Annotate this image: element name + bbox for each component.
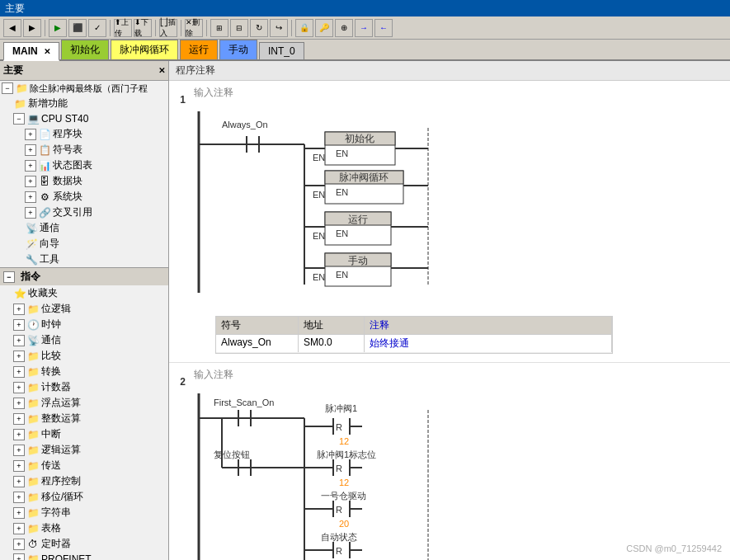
stop-button[interactable]: ⬛ <box>68 19 87 37</box>
expand-float[interactable]: + <box>13 398 25 409</box>
svg-text:脉冲阀循环: 脉冲阀循环 <box>339 172 389 183</box>
tree-label-float: 浮点运算 <box>41 396 81 410</box>
tree-item-timer[interactable]: + ⏱ 定时器 <box>0 536 168 552</box>
tree-item-comm2[interactable]: + 📡 通信 <box>0 332 168 348</box>
tree-item-new[interactable]: 📁 新增功能 <box>0 96 168 111</box>
expand-prog[interactable]: + <box>25 129 36 140</box>
tree-item-prog[interactable]: + 📄 程序块 <box>0 126 168 142</box>
expand-cpu[interactable]: − <box>13 113 25 125</box>
upload-button[interactable]: ⬆上传 <box>114 19 132 37</box>
cross-icon: 🔗 <box>38 206 51 219</box>
tree-item-interrupt[interactable]: + 📁 中断 <box>0 426 168 442</box>
expand-shift[interactable]: + <box>13 492 25 503</box>
tree-label-shift: 移位/循环 <box>41 490 83 504</box>
expand-control[interactable]: + <box>13 476 25 487</box>
expand-comm2[interactable]: + <box>13 335 25 346</box>
expand-profinet[interactable]: + <box>13 553 25 560</box>
sep2 <box>110 20 111 36</box>
check-button[interactable]: ✓ <box>88 19 106 37</box>
tree-item-sys[interactable]: + ⚙ 系统块 <box>0 189 168 205</box>
svg-text:脉冲阀1: 脉冲阀1 <box>325 403 357 413</box>
btn7[interactable]: ⊟ <box>230 19 248 37</box>
tree-item-wizard[interactable]: 🪄 向导 <box>0 236 168 252</box>
tree-item-status[interactable]: + 📊 状态图表 <box>0 158 168 173</box>
expand-string[interactable]: + <box>13 507 25 519</box>
control-icon: 📁 <box>26 475 40 488</box>
status-icon: 📊 <box>38 159 51 172</box>
delete-button[interactable]: ✕删除 <box>185 19 203 37</box>
rung-2-comment: 输入注释 <box>191 368 730 382</box>
tree-item-table[interactable]: + 📁 表格 <box>0 520 168 536</box>
tree-item-counter[interactable]: + 📁 计数器 <box>0 379 168 395</box>
tree-item-comm[interactable]: 📡 通信 <box>0 220 168 236</box>
expand-compare[interactable]: + <box>13 351 25 362</box>
svg-text:12: 12 <box>339 478 349 487</box>
tree-item-clock[interactable]: + 🕐 时钟 <box>0 317 168 332</box>
insert-button[interactable]: ⎣⎦插入 <box>159 19 177 37</box>
btn14[interactable]: ← <box>374 19 393 37</box>
run-button[interactable]: ▶ <box>49 19 67 37</box>
tab-manual[interactable]: 手动 <box>219 40 257 59</box>
tree-item-transfer[interactable]: + 📁 传送 <box>0 458 168 473</box>
tree-item-string[interactable]: + 📁 字符串 <box>0 505 168 520</box>
symbol-table-header: 符号 地址 注释 <box>216 317 612 335</box>
expand-logic[interactable]: + <box>13 445 25 456</box>
tree-item-data[interactable]: + 🗄 数据块 <box>0 173 168 189</box>
svg-text:脉冲阀1标志位: 脉冲阀1标志位 <box>317 449 376 459</box>
tab-init[interactable]: 初始化 <box>61 40 109 59</box>
table-icon: 📁 <box>26 522 40 535</box>
back-button[interactable]: ◀ <box>3 19 21 37</box>
expand-int[interactable]: + <box>13 413 25 425</box>
expand-clock[interactable]: + <box>13 319 25 331</box>
btn9[interactable]: ↪ <box>270 19 288 37</box>
btn10[interactable]: 🔒 <box>295 19 313 37</box>
tree-label-convert: 转换 <box>41 365 61 379</box>
tree-item-cross[interactable]: + 🔗 交叉引用 <box>0 205 168 220</box>
expand-root[interactable]: − <box>2 82 13 94</box>
expand-counter[interactable]: + <box>13 382 25 393</box>
tree-item-shift[interactable]: + 📁 移位/循环 <box>0 489 168 505</box>
expand-transfer[interactable]: + <box>13 460 25 472</box>
tree-item-bitlogic[interactable]: + 📁 位逻辑 <box>0 301 168 317</box>
tree-item-logic[interactable]: + 📁 逻辑运算 <box>0 442 168 458</box>
tree-item-float[interactable]: + 📁 浮点运算 <box>0 395 168 411</box>
expand-timer[interactable]: + <box>13 539 25 550</box>
tree-item-root[interactable]: − 📁 除尘脉冲阀最终版（西门子程 <box>0 81 168 96</box>
expand-sys[interactable]: + <box>25 191 36 203</box>
btn8[interactable]: ↻ <box>250 19 268 37</box>
tree-item-control[interactable]: + 📁 程序控制 <box>0 473 168 489</box>
btn11[interactable]: 🔑 <box>315 19 333 37</box>
btn13[interactable]: → <box>355 19 373 37</box>
tree-item-convert[interactable]: + 📁 转换 <box>0 364 168 379</box>
cpu-icon: 💻 <box>26 112 40 125</box>
expand-convert[interactable]: + <box>13 366 25 378</box>
svg-text:First_Scan_On: First_Scan_On <box>214 398 274 407</box>
tab-run[interactable]: 运行 <box>180 40 218 59</box>
expand-bit[interactable]: + <box>13 304 25 315</box>
tree-item-tools[interactable]: 🔧 工具 <box>0 252 168 267</box>
expand-inst[interactable]: − <box>3 271 15 283</box>
tab-pulse[interactable]: 脉冲阀循环 <box>111 40 178 59</box>
forward-button[interactable]: ▶ <box>23 19 41 37</box>
rung-1-symbol-table: 符号 地址 注释 Always_On SM0.0 始终接通 <box>215 316 613 354</box>
tab-close-main[interactable]: ✕ <box>44 47 50 56</box>
sidebar-close-button[interactable]: ✕ <box>158 66 165 75</box>
bit-icon: 📁 <box>26 303 40 316</box>
tree-item-favorites[interactable]: ⭐ 收藏夹 <box>0 285 168 301</box>
tree-item-symbol[interactable]: + 📋 符号表 <box>0 142 168 158</box>
expand-status[interactable]: + <box>25 160 36 172</box>
btn12[interactable]: ⊕ <box>335 19 353 37</box>
tree-item-profinet[interactable]: + 📁 PROFINET <box>0 552 168 560</box>
tree-item-int[interactable]: + 📁 整数运算 <box>0 411 168 426</box>
tree-item-compare[interactable]: + 📁 比较 <box>0 348 168 364</box>
tab-int0[interactable]: INT_0 <box>259 42 304 59</box>
expand-data[interactable]: + <box>25 176 36 187</box>
btn6[interactable]: ⊞ <box>210 19 228 37</box>
tree-item-cpu[interactable]: − 💻 CPU ST40 <box>0 111 168 126</box>
tab-main[interactable]: MAIN ✕ <box>3 42 59 61</box>
download-button[interactable]: ⬇下载 <box>134 19 152 37</box>
expand-table[interactable]: + <box>13 523 25 534</box>
expand-cross[interactable]: + <box>25 207 36 219</box>
expand-interrupt[interactable]: + <box>13 429 25 440</box>
expand-symbol[interactable]: + <box>25 144 36 156</box>
